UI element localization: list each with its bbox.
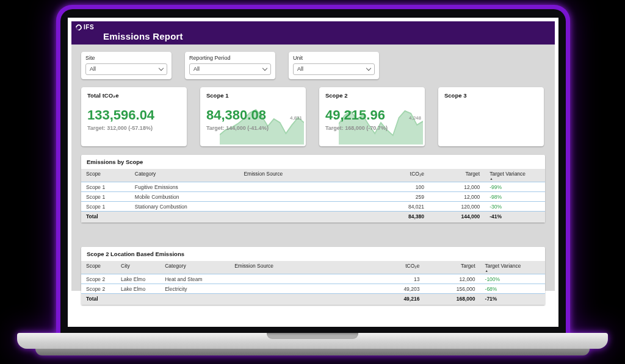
emissions-by-scope-panel: Emissions by Scope Scope Category <box>81 155 545 223</box>
total-row: Total 84,380 144,000 -41% <box>81 212 545 223</box>
reporting-period-dropdown[interactable]: All <box>189 63 271 75</box>
total-tco2e: 84,380 <box>369 212 429 223</box>
total-variance: -71% <box>480 294 545 305</box>
cell: 13 <box>364 274 425 284</box>
total-row: Total 49,216 168,000 -71% <box>81 294 545 305</box>
unit-dropdown[interactable]: All <box>293 63 375 75</box>
kpi-target: Target: 144,000 (-41.4%) <box>206 125 300 131</box>
filter-label: Unit <box>293 55 375 61</box>
col-header-tco2e[interactable]: tCO₂e <box>364 261 425 274</box>
dropdown-value: All <box>297 66 303 72</box>
col-header-target-variance[interactable]: Target Variance ▲ <box>485 169 545 182</box>
cell: Lake Elmo <box>116 274 160 284</box>
cell: 259 <box>369 192 429 202</box>
cell: Mobile Combustion <box>130 192 239 202</box>
col-header-emission-source[interactable]: Emission Source <box>239 169 369 182</box>
table-row: Scope 1 Stationary Combustion 84,021 120… <box>81 202 545 212</box>
col-header-target[interactable]: Target <box>424 261 480 274</box>
cell: 12,000 <box>424 274 480 284</box>
cell: Electricity <box>160 284 229 294</box>
screen: IFS Emissions Report Site All <box>68 18 558 327</box>
filter-bar: Site All Reporting Period All <box>81 52 545 79</box>
col-header-scope[interactable]: Scope <box>81 169 130 182</box>
cell: 156,000 <box>424 284 480 294</box>
chevron-down-icon <box>366 65 371 70</box>
kpi-title: Total tCO₂e <box>87 92 181 99</box>
cell: Scope 1 <box>81 202 130 212</box>
cell: 12,000 <box>429 192 485 202</box>
laptop: IFS Emissions Report Site All <box>0 0 625 364</box>
cell: Lake Elmo <box>116 284 160 294</box>
kpi-scope1: Scope 1 84,380.08 Target: 144,000 (-41.4… <box>200 87 306 146</box>
cell: -100% <box>480 274 545 284</box>
total-label: Total <box>81 294 364 305</box>
total-target: 144,000 <box>429 212 485 223</box>
panel-title: Emissions by Scope <box>81 159 545 169</box>
col-header-target[interactable]: Target <box>429 169 485 182</box>
table-row: Scope 2 Lake Elmo Heat and Steam 13 12,0… <box>81 274 545 284</box>
ifs-logo-icon <box>74 23 83 31</box>
cell: Stationary Combustion <box>130 202 239 212</box>
cell: 120,000 <box>429 202 485 212</box>
laptop-hinge-notch <box>267 333 358 339</box>
cell: Scope 1 <box>81 192 130 202</box>
brand-name: IFS <box>84 24 94 30</box>
cell: Scope 2 <box>81 274 116 284</box>
laptop-base <box>17 333 608 349</box>
kpi-title: Scope 2 <box>325 92 419 99</box>
table-row: Scope 1 Fugitive Emissions 100 12,000 -9… <box>81 182 545 192</box>
emissions-by-scope-table: Scope Category Emission Source tCO₂e Tar… <box>81 169 545 223</box>
column-label: Target Variance <box>485 263 521 269</box>
dropdown-value: All <box>193 66 200 72</box>
kpi-value: 49,215.96 <box>325 107 419 123</box>
col-header-tco2e[interactable]: tCO₂e <box>369 169 429 182</box>
column-label: Target Variance <box>490 171 526 177</box>
site-dropdown[interactable]: All <box>85 63 167 75</box>
col-header-emission-source[interactable]: Emission Source <box>229 261 364 274</box>
total-target: 168,000 <box>424 294 480 305</box>
cell: 49,203 <box>364 284 425 294</box>
sparkline-value-label: 4,831 <box>290 115 302 121</box>
kpi-title: Scope 1 <box>206 92 300 99</box>
kpi-value: 84,380.08 <box>206 107 300 123</box>
ifs-logo: IFS <box>76 24 94 30</box>
col-header-category[interactable]: Category <box>130 169 239 182</box>
filter-label: Site <box>85 55 167 61</box>
dropdown-value: All <box>90 66 96 72</box>
cell: -98% <box>485 192 545 202</box>
cell <box>229 274 364 284</box>
cell <box>239 202 369 212</box>
cell: -30% <box>485 202 545 212</box>
col-header-scope[interactable]: Scope <box>81 261 116 274</box>
page-title: Emissions Report <box>103 31 183 41</box>
table-row: Scope 1 Mobile Combustion 259 12,000 -98… <box>81 192 545 202</box>
cell: 100 <box>369 182 429 192</box>
filter-unit: Unit All <box>289 52 379 79</box>
col-header-target-variance[interactable]: Target Variance ▲ <box>480 261 545 274</box>
sparkline-value-label: 4,248 <box>409 115 421 121</box>
kpi-target: Target: 168,000 (-70.7%) <box>325 125 419 131</box>
table-row: Scope 2 Lake Elmo Electricity 49,203 156… <box>81 284 545 294</box>
cell: Heat and Steam <box>160 274 229 284</box>
cell: Scope 1 <box>81 182 130 192</box>
app-header: IFS Emissions Report <box>71 21 555 45</box>
panel-title: Scope 2 Location Based Emissions <box>81 251 545 261</box>
sort-ascending-icon: ▲ <box>485 269 540 273</box>
total-tco2e: 49,216 <box>364 294 425 305</box>
col-header-city[interactable]: City <box>116 261 160 274</box>
cell: -99% <box>485 182 545 192</box>
total-label: Total <box>81 212 369 223</box>
cell: -68% <box>480 284 545 294</box>
laptop-screen-frame: IFS Emissions Report Site All <box>56 5 570 333</box>
filter-site: Site All <box>81 52 172 79</box>
kpi-target: Target: 312,000 (-57.18%) <box>87 125 181 131</box>
sort-ascending-icon: ▲ <box>490 177 540 180</box>
cell <box>239 192 369 202</box>
cell: Fugitive Emissions <box>130 182 239 192</box>
cell: Scope 2 <box>81 284 116 294</box>
col-header-category[interactable]: Category <box>160 261 229 274</box>
cell: 84,021 <box>369 202 429 212</box>
header-row: Scope Category Emission Source tCO₂e Tar… <box>81 169 545 182</box>
kpi-title: Scope 3 <box>444 92 538 99</box>
filter-reporting-period: Reporting Period All <box>185 52 275 79</box>
